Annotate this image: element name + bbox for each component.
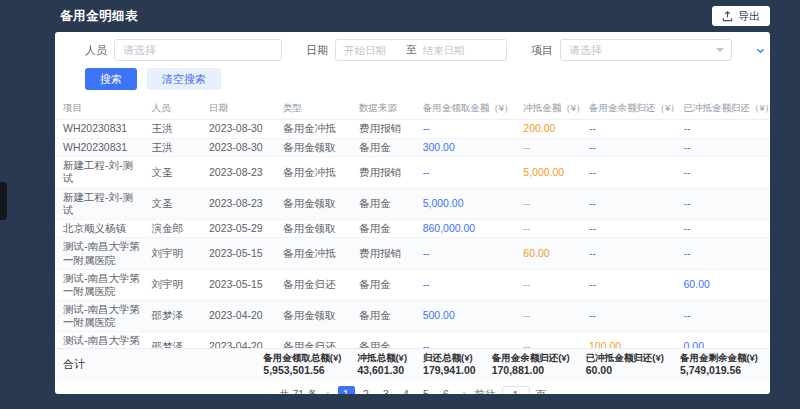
column-header: 日期 [205, 98, 279, 120]
page-button-2[interactable]: 2 [358, 386, 375, 394]
expand-filter-link[interactable]: 展开筛选 [756, 43, 770, 58]
goto-suffix-label: 页 [536, 388, 547, 394]
amount-cell: 100.00 [585, 332, 680, 348]
amount-cell: -- [585, 219, 680, 238]
person-cell: 刘宇明 [147, 238, 205, 269]
summary-item: 已冲抵金额归还(¥)60.00 [586, 352, 664, 378]
export-button[interactable]: 导出 [712, 6, 770, 26]
table-row: 测试-南昌大学第一附属医院刘宇明2023-05-15备用金冲抵费用报销--60.… [55, 238, 770, 269]
type-cell: 备用金领取 [279, 138, 355, 157]
column-header: 数据来源 [355, 98, 419, 120]
amount-cell: 0.00 [680, 332, 770, 348]
type-cell: 备用金领取 [279, 188, 355, 219]
person-cell: 邵梦泽 [147, 332, 205, 348]
summary-item-label: 备用金领取总额(¥) [263, 352, 341, 364]
amount-cell: 860,000.00 [419, 219, 520, 238]
summary-items: 备用金领取总额(¥)5,953,501.56冲抵总额(¥)43,601.30归还… [263, 352, 758, 378]
page-button-5[interactable]: 5 [418, 386, 435, 394]
prev-page-button[interactable]: ‹ [324, 386, 332, 394]
source-cell: 备用金 [355, 332, 419, 348]
summary-item-value: 43,601.30 [357, 364, 407, 378]
project-cell: 测试-南昌大学第一附属医院 [55, 300, 147, 331]
table-row: 新建工程-刘-测试文圣2023-08-23备用金冲抵费用报销--5,000.00… [55, 157, 770, 188]
source-cell: 费用报销 [355, 120, 419, 139]
date-start-input[interactable] [344, 44, 400, 56]
summary-item-label: 冲抵总额(¥) [357, 352, 407, 364]
amount-cell: 60.00 [519, 238, 585, 269]
amount-cell: -- [419, 269, 520, 300]
date-separator-label: 至 [406, 43, 417, 57]
amount-cell: -- [519, 138, 585, 157]
search-button[interactable]: 搜索 [85, 68, 137, 90]
date-range-picker[interactable]: 至 [335, 39, 507, 61]
table-row: WH20230831王洪2023-08-30备用金冲抵费用报销--200.00-… [55, 120, 770, 139]
type-cell: 备用金冲抵 [279, 238, 355, 269]
export-icon [722, 11, 733, 22]
amount-cell: -- [419, 157, 520, 188]
next-page-button[interactable]: › [461, 386, 469, 394]
topbar: 备用金明细表 导出 [0, 0, 800, 32]
drawer-handle[interactable] [0, 182, 7, 220]
amount-cell: -- [585, 300, 680, 331]
project-cell: 测试-南昌大学第一附属医院 [55, 238, 147, 269]
source-cell: 备用金 [355, 138, 419, 157]
source-cell: 备用金 [355, 300, 419, 331]
amount-cell: 300.00 [419, 138, 520, 157]
amount-cell: -- [585, 157, 680, 188]
amount-cell: -- [585, 138, 680, 157]
summary-row: 合计 备用金领取总额(¥)5,953,501.56冲抵总额(¥)43,601.3… [55, 348, 770, 381]
type-cell: 备用金冲抵 [279, 120, 355, 139]
project-select[interactable] [560, 39, 732, 61]
person-cell: 王洪 [147, 120, 205, 139]
page-button-6[interactable]: 6 [438, 386, 455, 394]
expand-chevron-down-icon [756, 46, 765, 55]
summary-item: 备用金余额归还(¥)170,881.00 [492, 352, 570, 378]
expand-filter-label: 展开筛选 [769, 43, 770, 58]
amount-cell: -- [585, 269, 680, 300]
amount-cell: -- [519, 188, 585, 219]
person-select-input[interactable] [114, 39, 282, 61]
page-button-1[interactable]: 1 [338, 386, 355, 394]
column-header: 已冲抵金额归还（¥） [680, 98, 770, 120]
amount-cell: -- [419, 332, 520, 348]
goto-label: 前往 [475, 388, 496, 394]
amount-cell: -- [419, 120, 520, 139]
goto-page-input[interactable] [502, 386, 530, 394]
source-cell: 费用报销 [355, 157, 419, 188]
page-button-3[interactable]: 3 [378, 386, 395, 394]
date-filter-label: 日期 [306, 43, 328, 58]
page-title: 备用金明细表 [60, 8, 138, 25]
type-cell: 备用金领取 [279, 300, 355, 331]
project-select-input[interactable] [560, 39, 732, 61]
project-cell: WH20230831 [55, 120, 147, 139]
amount-cell: -- [680, 157, 770, 188]
project-cell: WH20230831 [55, 138, 147, 157]
summary-item: 备用金领取总额(¥)5,953,501.56 [263, 352, 341, 378]
chevron-down-icon [716, 48, 724, 52]
summary-item-value: 170,881.00 [492, 364, 570, 378]
action-bar: 搜索 清空搜索 [85, 68, 756, 90]
summary-item-value: 60.00 [586, 364, 664, 378]
export-label: 导出 [738, 9, 760, 24]
date-end-input[interactable] [423, 44, 479, 56]
person-cell: 文圣 [147, 188, 205, 219]
table-header-row: 项目人员日期类型数据来源备用金领取金额（¥）冲抵金额（¥）备用金余额归还（¥）已… [55, 98, 770, 120]
amount-cell: -- [519, 219, 585, 238]
filter-bar: 人员 日期 至 项目 展开筛选 [85, 39, 756, 61]
project-filter: 项目 [531, 39, 732, 61]
summary-item-value: 5,749,019.56 [680, 364, 758, 378]
summary-item: 冲抵总额(¥)43,601.30 [357, 352, 407, 378]
date-cell: 2023-04-20 [205, 332, 279, 348]
clear-search-button[interactable]: 清空搜索 [147, 68, 221, 90]
amount-cell: 200.00 [519, 120, 585, 139]
project-cell: 新建工程-刘-测试 [55, 188, 147, 219]
data-table: 项目人员日期类型数据来源备用金领取金额（¥）冲抵金额（¥）备用金余额归还（¥）已… [55, 98, 770, 348]
person-cell: 演金郎 [147, 219, 205, 238]
column-header: 项目 [55, 98, 147, 120]
table-row: 测试-南昌大学第一附属医院邵梦泽2023-04-20备用金归还备用金----10… [55, 332, 770, 348]
column-header: 人员 [147, 98, 205, 120]
content-card: 人员 日期 至 项目 展开筛选 搜索 清空搜索 [55, 32, 770, 394]
amount-cell: -- [585, 188, 680, 219]
page-button-4[interactable]: 4 [398, 386, 415, 394]
table-row: 测试-南昌大学第一附属医院刘宇明2023-05-15备用金归还备用金------… [55, 269, 770, 300]
